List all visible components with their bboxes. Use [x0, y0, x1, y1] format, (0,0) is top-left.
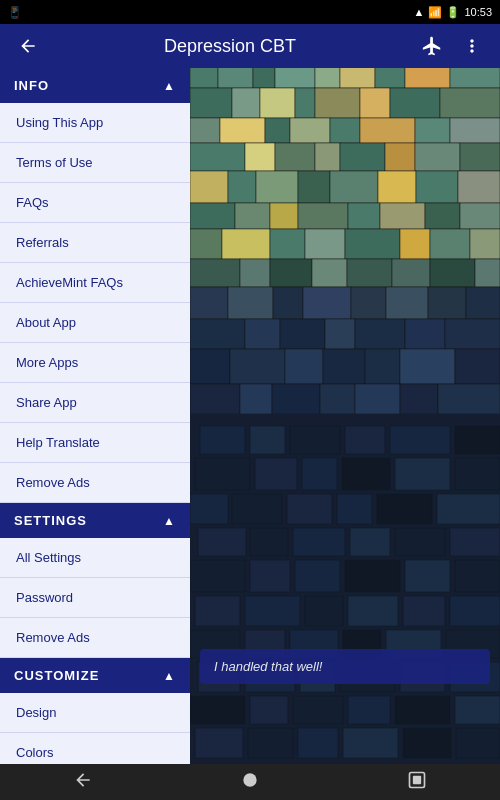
app-bar-actions [416, 30, 488, 62]
menu-item-about-app[interactable]: About App [0, 303, 190, 343]
svg-rect-16 [390, 88, 440, 118]
svg-rect-84 [323, 349, 365, 384]
info-section-header[interactable]: INFO ▲ [0, 68, 190, 103]
svg-rect-62 [347, 259, 392, 287]
svg-rect-76 [280, 319, 325, 349]
customize-section-header[interactable]: CUSTOMIZE ▲ [0, 658, 190, 693]
svg-rect-57 [470, 229, 500, 259]
svg-rect-19 [220, 118, 265, 143]
overflow-menu-button[interactable] [456, 30, 488, 62]
time-display: 10:53 [464, 6, 492, 18]
svg-rect-150 [195, 728, 243, 758]
svg-rect-117 [350, 528, 390, 556]
menu-item-remove-ads-info[interactable]: Remove Ads [0, 463, 190, 503]
svg-rect-41 [458, 171, 500, 203]
svg-rect-120 [190, 560, 245, 592]
svg-rect-99 [345, 426, 385, 454]
svg-rect-22 [330, 118, 360, 143]
menu-item-help-translate[interactable]: Help Translate [0, 423, 190, 463]
svg-rect-96 [200, 426, 245, 454]
menu-item-using-this-app[interactable]: Using This App [0, 103, 190, 143]
svg-rect-17 [440, 88, 500, 118]
svg-rect-33 [460, 143, 500, 171]
svg-rect-61 [312, 259, 347, 287]
signal-icon: ▲ [414, 6, 425, 18]
svg-rect-27 [245, 143, 275, 171]
svg-rect-89 [240, 384, 272, 414]
svg-rect-147 [348, 696, 390, 724]
status-bar: 📱 ▲ 📶 🔋 10:53 [0, 0, 500, 24]
svg-rect-66 [190, 287, 228, 319]
svg-rect-72 [428, 287, 466, 319]
svg-rect-23 [360, 118, 415, 143]
svg-rect-10 [190, 88, 232, 118]
svg-rect-93 [400, 384, 438, 414]
svg-rect-70 [351, 287, 386, 319]
logo-icon[interactable] [416, 30, 448, 62]
svg-rect-98 [290, 426, 340, 454]
nav-recents-button[interactable] [395, 766, 439, 799]
svg-rect-64 [430, 259, 475, 287]
svg-rect-123 [345, 560, 400, 592]
svg-rect-114 [198, 528, 246, 556]
menu-item-faqs[interactable]: FAQs [0, 183, 190, 223]
menu-item-design[interactable]: Design [0, 693, 190, 733]
svg-rect-18 [190, 118, 220, 143]
svg-rect-151 [248, 728, 293, 758]
svg-rect-8 [405, 68, 450, 88]
app-title: Depression CBT [164, 36, 296, 57]
svg-rect-15 [360, 88, 390, 118]
menu-item-more-apps[interactable]: More Apps [0, 343, 190, 383]
svg-rect-60 [270, 259, 312, 287]
menu-item-colors[interactable]: Colors [0, 733, 190, 764]
svg-rect-115 [250, 528, 288, 556]
svg-rect-11 [232, 88, 260, 118]
menu-item-achievemint-faqs[interactable]: AchieveMint FAQs [0, 263, 190, 303]
svg-rect-90 [272, 384, 320, 414]
svg-rect-29 [315, 143, 340, 171]
customize-section-arrow: ▲ [163, 669, 176, 683]
svg-rect-158 [412, 775, 420, 783]
svg-rect-110 [287, 494, 332, 524]
svg-rect-153 [343, 728, 398, 758]
toast-notification: I handled that well! [200, 649, 490, 684]
svg-rect-7 [375, 68, 405, 88]
svg-rect-129 [348, 596, 398, 626]
wifi-icon: 📶 [428, 6, 442, 19]
content-area: I handled that well! [190, 68, 500, 764]
menu-item-password[interactable]: Password [0, 578, 190, 618]
svg-rect-54 [345, 229, 400, 259]
svg-rect-109 [232, 494, 282, 524]
svg-rect-108 [190, 494, 228, 524]
svg-rect-119 [450, 528, 500, 556]
info-section-arrow: ▲ [163, 79, 176, 93]
menu-item-all-settings[interactable]: All Settings [0, 538, 190, 578]
svg-rect-38 [330, 171, 378, 203]
menu-item-referrals[interactable]: Referrals [0, 223, 190, 263]
svg-rect-112 [377, 494, 432, 524]
svg-rect-91 [320, 384, 355, 414]
menu-item-share-app[interactable]: Share App [0, 383, 190, 423]
svg-rect-155 [456, 728, 500, 758]
svg-point-156 [243, 773, 256, 786]
svg-rect-24 [415, 118, 450, 143]
svg-rect-106 [395, 458, 450, 490]
svg-rect-127 [245, 596, 300, 626]
settings-section-header[interactable]: SETTINGS ▲ [0, 503, 190, 538]
nav-back-button[interactable] [61, 766, 105, 799]
nav-home-button[interactable] [228, 766, 272, 799]
svg-rect-121 [250, 560, 290, 592]
menu-item-terms-of-use[interactable]: Terms of Use [0, 143, 190, 183]
back-button[interactable] [12, 30, 44, 62]
svg-rect-51 [222, 229, 270, 259]
svg-rect-35 [228, 171, 256, 203]
customize-section-label: CUSTOMIZE [14, 668, 99, 683]
svg-rect-105 [342, 458, 390, 490]
svg-rect-31 [385, 143, 415, 171]
svg-rect-148 [395, 696, 450, 724]
menu-item-remove-ads-settings[interactable]: Remove Ads [0, 618, 190, 658]
svg-rect-102 [195, 458, 250, 490]
svg-rect-81 [190, 349, 230, 384]
toast-text: I handled that well! [214, 659, 322, 674]
svg-rect-87 [455, 349, 500, 384]
